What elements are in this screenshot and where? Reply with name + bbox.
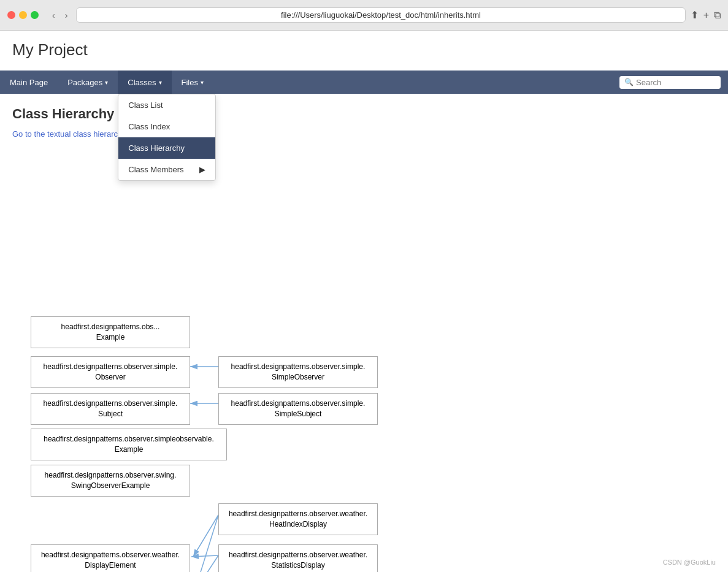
class-box-simpleobservable-example[interactable]: headfirst.designpatterns.observer.simple… (31, 429, 227, 460)
dropdown-class-hierarchy-label: Class Hierarchy (128, 143, 185, 153)
class-box-heat-index[interactable]: headfirst.designpatterns.observer.weathe… (218, 503, 378, 535)
class-box-statistics-display[interactable]: headfirst.designpatterns.observer.weathe… (218, 544, 378, 572)
search-box[interactable]: 🔍 (619, 76, 721, 89)
svg-line-5 (193, 515, 218, 572)
dropdown-class-members-label: Class Members (128, 165, 183, 174)
class-label: headfirst.designpatterns.observer.weathe… (229, 551, 367, 570)
search-icon: 🔍 (624, 78, 634, 86)
url-bar[interactable]: file:///Users/liuguokai/Desktop/test_doc… (76, 7, 685, 23)
classes-dropdown: Class List Class Index Class Hierarchy C… (118, 94, 216, 181)
class-box-observer[interactable]: headfirst.designpatterns.observer.simple… (31, 356, 190, 388)
class-label: headfirst.designpatterns.observer.simple… (231, 399, 366, 418)
class-label: headfirst.designpatterns.observer.weathe… (229, 509, 367, 528)
class-box-subject[interactable]: headfirst.designpatterns.observer.simple… (31, 393, 190, 425)
chevron-right-icon: ▶ (199, 165, 205, 174)
close-button[interactable] (7, 11, 15, 19)
nav-packages[interactable]: Packages ▾ (58, 71, 118, 94)
svg-line-3 (193, 515, 218, 557)
class-box-display-element[interactable]: headfirst.designpatterns.observer.weathe… (31, 544, 190, 572)
class-box-obs-example[interactable]: headfirst.designpatterns.obs...Example (31, 316, 190, 348)
forward-button[interactable]: › (61, 9, 72, 21)
back-button[interactable]: ‹ (48, 9, 59, 21)
share-button[interactable]: ⬆ (691, 9, 699, 21)
svg-line-4 (191, 555, 218, 557)
svg-line-6 (192, 555, 218, 572)
new-tab-button[interactable]: + (703, 9, 709, 21)
class-box-swing-example[interactable]: headfirst.designpatterns.observer.swing.… (31, 465, 190, 497)
dropdown-class-list[interactable]: Class List (118, 94, 215, 116)
nav-main-page-label: Main Page (10, 78, 48, 87)
class-label: headfirst.designpatterns.obs...Example (61, 322, 160, 341)
browser-chrome: ‹ › file:///Users/liuguokai/Desktop/test… (0, 0, 728, 31)
chevron-down-icon: ▾ (105, 79, 108, 86)
maximize-button[interactable] (31, 11, 39, 19)
nav-classes[interactable]: Classes ▾ Class List Class Index Class H… (118, 71, 171, 94)
nav-files[interactable]: Files ▾ (172, 71, 213, 94)
traffic-lights (7, 11, 39, 19)
class-box-simple-observer[interactable]: headfirst.designpatterns.observer.simple… (218, 356, 378, 388)
tab-overview-button[interactable]: ⧉ (714, 9, 721, 21)
class-label: headfirst.designpatterns.observer.weathe… (41, 551, 180, 570)
hierarchy-diagram: headfirst.designpatterns.obs...Example h… (12, 151, 442, 572)
class-label: headfirst.designpatterns.observer.simple… (44, 362, 178, 381)
navbar: Main Page Packages ▾ Classes ▾ Class Lis… (0, 71, 728, 94)
dropdown-class-index[interactable]: Class Index (118, 116, 215, 137)
search-input[interactable] (636, 78, 716, 87)
minimize-button[interactable] (19, 11, 27, 19)
class-box-simple-subject[interactable]: headfirst.designpatterns.observer.simple… (218, 393, 378, 425)
class-label: headfirst.designpatterns.observer.simple… (44, 435, 214, 454)
nav-classes-label: Classes (128, 78, 156, 87)
browser-actions: ⬆ + ⧉ (691, 9, 721, 21)
dropdown-class-hierarchy[interactable]: Class Hierarchy (118, 137, 215, 159)
dropdown-class-list-label: Class List (128, 101, 163, 110)
nav-packages-label: Packages (67, 78, 102, 87)
class-label: headfirst.designpatterns.observer.swing.… (45, 471, 177, 490)
chevron-down-icon: ▾ (159, 79, 162, 86)
footer: CSDN @GuokLiu (663, 559, 716, 566)
nav-main-page[interactable]: Main Page (0, 71, 58, 94)
browser-navigation: ‹ › (48, 9, 71, 21)
dropdown-class-index-label: Class Index (128, 122, 170, 131)
chevron-down-icon: ▾ (201, 79, 204, 86)
page-content: Class Hierarchy Go to the textual class … (0, 94, 728, 572)
class-label: headfirst.designpatterns.observer.simple… (44, 399, 178, 418)
nav-files-label: Files (182, 78, 198, 87)
page-header: My Project (0, 31, 728, 71)
dropdown-class-members[interactable]: Class Members ▶ (118, 159, 215, 180)
class-label: headfirst.designpatterns.observer.simple… (231, 362, 366, 381)
project-title: My Project (12, 40, 716, 59)
